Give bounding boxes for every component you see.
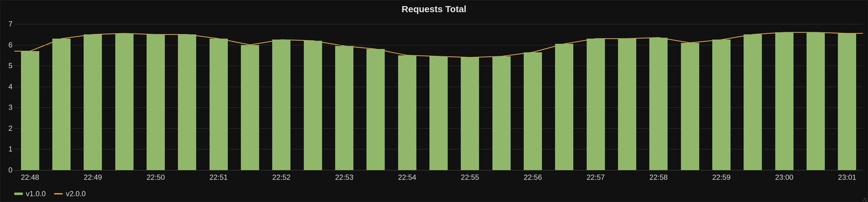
x-axis-line: [14, 170, 863, 170]
legend-item-v1[interactable]: v1.0.0: [14, 190, 45, 198]
y-tick-label: 0: [0, 166, 12, 174]
bar[interactable]: [84, 34, 102, 170]
y-tick-label: 3: [0, 103, 12, 112]
plot-area[interactable]: [14, 24, 863, 170]
bar[interactable]: [712, 39, 731, 170]
chart-panel: Requests Total 01234567 22:4822:4922:502…: [0, 0, 868, 202]
y-tick-label: 7: [0, 20, 12, 28]
bar[interactable]: [649, 38, 668, 170]
x-tick-label: 23:01: [838, 173, 856, 182]
y-tick-label: 6: [0, 41, 12, 49]
resize-handle-icon[interactable]: [861, 195, 866, 200]
y-tick-label: 5: [0, 61, 12, 70]
legend: v1.0.0 v2.0.0: [14, 188, 86, 200]
gridline: [14, 24, 863, 24]
bar[interactable]: [367, 49, 385, 170]
bar[interactable]: [241, 45, 259, 170]
bar[interactable]: [335, 46, 353, 170]
x-tick-label: 22:50: [147, 173, 165, 182]
x-tick-label: 22:59: [712, 173, 731, 182]
x-tick-label: 22:55: [461, 173, 479, 182]
x-tick-label: 22:49: [84, 173, 102, 182]
x-tick-label: 22:57: [587, 173, 605, 182]
x-tick-label: 22:51: [210, 173, 228, 182]
bar[interactable]: [115, 33, 133, 170]
legend-swatch-bar-icon: [14, 193, 23, 195]
bar[interactable]: [21, 51, 39, 170]
bar[interactable]: [461, 57, 479, 170]
bar[interactable]: [398, 55, 416, 170]
y-tick-label: 1: [0, 145, 12, 153]
bar[interactable]: [147, 34, 165, 170]
bar[interactable]: [555, 44, 573, 170]
bar[interactable]: [618, 39, 636, 170]
x-tick-label: 22:54: [398, 173, 416, 182]
bar[interactable]: [304, 41, 322, 170]
bar[interactable]: [524, 52, 542, 170]
x-tick-label: 22:53: [335, 173, 353, 182]
bar[interactable]: [492, 56, 510, 170]
bar[interactable]: [272, 39, 290, 170]
bar[interactable]: [429, 56, 448, 170]
legend-item-v2[interactable]: v2.0.0: [54, 190, 86, 198]
bar[interactable]: [807, 32, 825, 170]
legend-label-v2: v2.0.0: [66, 190, 86, 198]
y-tick-label: 2: [0, 124, 12, 133]
bar[interactable]: [210, 39, 228, 170]
panel-title[interactable]: Requests Total: [0, 0, 868, 18]
bar[interactable]: [838, 33, 856, 170]
legend-label-v1: v1.0.0: [26, 190, 45, 198]
bar[interactable]: [775, 32, 794, 170]
bar[interactable]: [52, 39, 70, 170]
bar[interactable]: [681, 43, 699, 170]
x-tick-label: 22:52: [272, 173, 290, 182]
x-tick-label: 22:58: [649, 173, 668, 182]
plot-frame: 01234567 22:4822:4922:5022:5122:5222:532…: [0, 18, 868, 184]
x-tick-label: 22:56: [524, 173, 542, 182]
bar[interactable]: [178, 34, 196, 170]
bar[interactable]: [587, 39, 605, 170]
bar[interactable]: [744, 34, 762, 170]
y-tick-label: 4: [0, 82, 12, 91]
legend-swatch-line-icon: [54, 193, 63, 194]
x-tick-label: 23:00: [775, 173, 794, 182]
x-tick-label: 22:48: [21, 173, 39, 182]
